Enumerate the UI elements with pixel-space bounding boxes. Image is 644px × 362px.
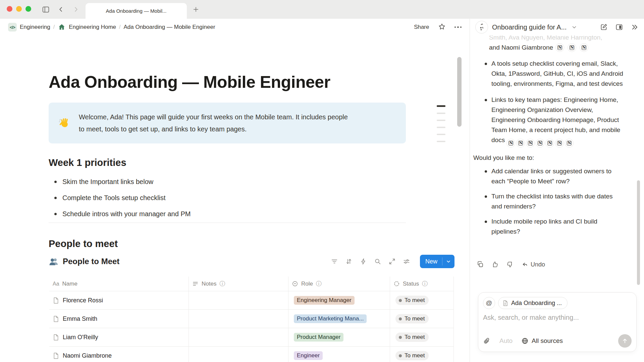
thumbs-up-icon[interactable] [491,261,499,268]
search-icon[interactable] [374,258,382,265]
person-name[interactable]: Florence Rossi [63,297,103,304]
more-options-icon[interactable] [454,26,462,28]
status-cell[interactable]: To meet [390,310,454,328]
list-item[interactable]: Complete the Tools setup checklist [50,190,191,206]
notion-page-badge-icon[interactable]: N [516,139,525,147]
person-name[interactable]: Emma Smith [63,315,97,322]
new-record-button[interactable]: New [420,255,454,268]
role-tag[interactable]: Engineering Manager [294,296,355,305]
list-item[interactable]: Skim the Important links below [50,174,191,190]
table-row[interactable]: Emma Smith Product Marketing Mana... To … [49,310,454,328]
role-cell[interactable]: Product Manager [288,328,390,346]
column-header-name[interactable]: Aa Name [49,277,189,291]
chevron-down-icon[interactable] [571,24,577,30]
notion-page-badge-icon[interactable]: N [568,43,576,52]
list-item[interactable]: Schedule intros with your manager and PM [50,206,191,222]
status-tag[interactable]: To meet [395,296,429,305]
forward-button[interactable] [71,5,80,14]
sidebar-scrollbar[interactable] [637,180,640,285]
view-settings-icon[interactable] [403,258,411,265]
copy-icon[interactable] [477,261,484,268]
role-tag[interactable]: Engineer [294,351,323,360]
breadcrumb-current-page[interactable]: Ada Onboarding — Mobile Engineer [123,24,215,31]
toggle-sidebar-icon[interactable] [41,5,50,14]
role-cell[interactable]: Engineering Manager [288,291,390,309]
ai-prompt-input[interactable] [483,314,632,321]
notes-cell[interactable] [189,291,288,309]
info-icon[interactable]: ⓘ [422,280,428,288]
send-button[interactable] [618,334,632,348]
new-chat-compose-icon[interactable] [600,23,608,31]
table-row[interactable]: Liam O'Reilly Product Manager To meet [49,328,454,347]
welcome-callout[interactable]: Welcome, Ada! This page will guide your … [49,103,406,143]
status-cell[interactable]: To meet [390,347,454,362]
back-button[interactable] [56,5,66,14]
ai-thread-title[interactable]: Onboarding guide for A... [492,23,567,31]
active-tab[interactable]: Ada Onboarding — Mobil... [86,3,187,19]
database-title[interactable]: People to Meet [63,257,119,266]
undo-button[interactable]: Undo [521,261,545,268]
toc-indicator-active[interactable] [437,105,445,107]
role-cell[interactable]: Product Marketing Mana... [288,310,390,328]
breadcrumb-teamspace[interactable]: Engineering [20,24,50,31]
share-button[interactable]: Share [414,24,429,31]
column-header-notes[interactable]: Notes ⓘ [189,277,288,291]
table-row[interactable]: Naomi Giambrone Engineer To meet [49,347,454,362]
expand-icon[interactable] [388,258,396,265]
ai-composer[interactable]: @ Ada Onboarding ... Auto All sources [478,292,637,352]
toc-indicator[interactable] [437,120,445,121]
person-name[interactable]: Liam O'Reilly [63,334,98,341]
role-tag[interactable]: Product Manager [294,333,343,342]
favorite-star-icon[interactable] [438,23,446,32]
zoom-window-button[interactable] [25,6,31,12]
context-page-chip[interactable]: Ada Onboarding ... [498,297,568,309]
all-sources-button[interactable]: All sources [521,337,563,345]
toc-indicator[interactable] [437,113,445,114]
column-header-status[interactable]: Status ⓘ [390,277,454,291]
sort-icon[interactable] [345,258,353,265]
notion-page-badge-icon[interactable]: N [555,139,564,147]
main-scrollbar[interactable] [457,57,462,127]
ai-suggestion-item[interactable]: Add calendar links or suggested owners t… [473,166,625,186]
breadcrumb-home[interactable]: Engineering Home [69,24,116,31]
notion-page-badge-icon[interactable]: N [536,139,544,147]
notion-page-badge-icon[interactable]: N [565,139,574,147]
toc-indicator[interactable] [437,127,445,128]
status-tag[interactable]: To meet [395,333,429,342]
info-icon[interactable]: ⓘ [316,280,322,288]
column-header-role[interactable]: Role ⓘ [288,277,390,291]
filter-icon[interactable] [331,258,338,265]
status-cell[interactable]: To meet [390,291,454,309]
notion-page-badge-icon[interactable]: N [580,43,588,52]
close-window-button[interactable] [7,6,12,12]
notes-cell[interactable] [189,328,288,346]
automations-lightning-icon[interactable] [360,258,367,265]
new-tab-icon[interactable] [191,5,201,14]
attach-paperclip-icon[interactable] [483,337,491,345]
mention-button[interactable]: @ [483,297,495,309]
notion-page-badge-icon[interactable]: N [545,139,554,147]
new-button-dropdown-icon[interactable] [442,259,454,264]
notion-page-badge-icon[interactable]: N [506,139,515,147]
ai-suggestion-item[interactable]: Turn the checklist into tasks with due d… [473,191,625,212]
auto-mode-button[interactable]: Auto [499,337,513,345]
minimize-window-button[interactable] [16,6,22,12]
status-tag[interactable]: To meet [395,314,429,323]
notes-cell[interactable] [189,347,288,362]
notion-page-badge-icon[interactable]: N [526,139,535,147]
ai-suggestion-item[interactable]: Include mobile repo links and CI build p… [473,217,625,237]
notion-page-badge-icon[interactable]: N [555,43,564,52]
person-name[interactable]: Naomi Giambrone [63,352,112,359]
status-tag[interactable]: To meet [395,351,429,360]
toc-indicator[interactable] [437,134,445,135]
toc-indicator[interactable] [437,141,445,142]
collapse-sidebar-icon[interactable] [631,23,639,31]
status-cell[interactable]: To meet [390,328,454,346]
open-in-side-panel-icon[interactable] [615,23,623,31]
role-cell[interactable]: Engineer [288,347,390,362]
notes-cell[interactable] [189,310,288,328]
info-icon[interactable]: ⓘ [219,280,225,288]
thumbs-down-icon[interactable] [506,261,514,268]
table-row[interactable]: Florence Rossi Engineering Manager To me… [49,291,454,310]
role-tag[interactable]: Product Marketing Mana... [294,314,367,323]
